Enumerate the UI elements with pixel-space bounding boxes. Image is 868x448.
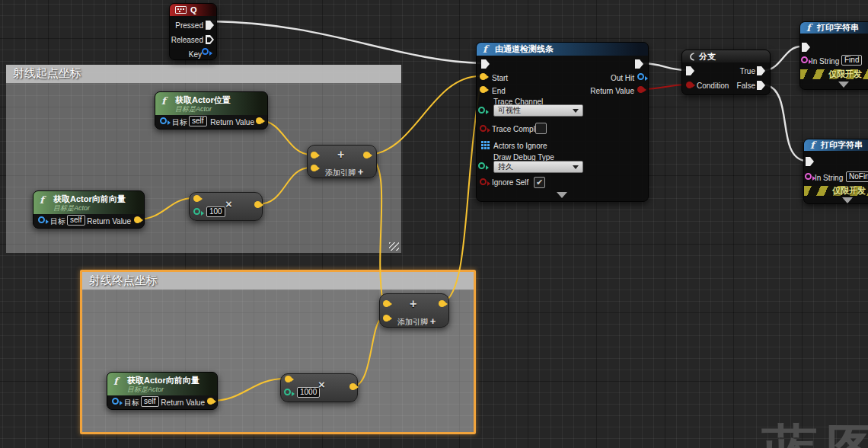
target-pin[interactable]	[112, 398, 119, 405]
wire-false-to-print2[interactable]	[764, 85, 805, 161]
node-add-start[interactable]: + 添加引脚 +	[307, 145, 377, 178]
multiply-input-a-pin[interactable]	[285, 376, 292, 382]
wire-linetrace-to-branch[interactable]	[643, 63, 686, 70]
add-pin-button[interactable]: 添加引脚 +	[325, 166, 363, 178]
pin-label-actors-to-ignore: Actors to Ignore	[493, 142, 547, 150]
node-get-forward-vector-2[interactable]: f 获取Actor向前向量 目标是Actor 目标 self Return Va…	[107, 372, 218, 410]
function-icon: f	[161, 95, 166, 107]
trace-channel-pin[interactable]	[478, 107, 485, 114]
wire-pressed-to-linetrace[interactable]	[212, 21, 481, 63]
start-pin[interactable]	[480, 73, 487, 80]
key-pin[interactable]	[202, 48, 209, 55]
pin-label-end: End	[492, 87, 506, 95]
node-input-key-q[interactable]: Q Pressed Released Key	[169, 3, 217, 60]
target-pin[interactable]	[160, 117, 167, 124]
add-output-pin[interactable]	[363, 152, 370, 158]
node-get-forward-vector-1[interactable]: f 获取Actor向前向量 目标是Actor 目标 self Return Va…	[33, 190, 145, 229]
wire-mult1000-to-add2[interactable]	[353, 318, 383, 386]
return-value-pin[interactable]	[207, 398, 214, 405]
true-exec-pin[interactable]	[757, 66, 765, 75]
collapse-arrow-icon[interactable]	[842, 197, 853, 203]
in-string-value-box[interactable]: Find	[841, 55, 862, 66]
multiply-input-a-pin[interactable]	[193, 195, 200, 202]
node-title: 获取Actor向前向量	[53, 194, 126, 204]
exec-in-pin[interactable]	[481, 59, 490, 69]
target-value-box[interactable]: self	[189, 116, 207, 126]
add-input-b-pin[interactable]	[311, 165, 318, 171]
multiply-value-box[interactable]: 1000	[297, 387, 320, 398]
wire-add2-to-end[interactable]	[442, 89, 480, 303]
exec-in-pin[interactable]	[802, 43, 810, 52]
function-icon: f	[806, 22, 811, 34]
draw-debug-type-dropdown[interactable]: 持久	[493, 161, 583, 173]
add-pin-button[interactable]: 添加引脚 +	[397, 315, 436, 328]
end-pin[interactable]	[480, 86, 487, 93]
ignore-self-checkbox[interactable]: ✔	[534, 177, 545, 188]
pin-label-target: 目标	[124, 398, 139, 407]
multiply-input-b-pin[interactable]	[284, 389, 291, 395]
pin-label-start: Start	[492, 74, 508, 82]
return-value-pin[interactable]	[134, 216, 141, 223]
exec-in-pin[interactable]	[686, 66, 694, 75]
node-print-string-1[interactable]: f 打印字符串 In String Find 仅限开发	[799, 21, 868, 90]
trace-channel-dropdown[interactable]: 可视性	[493, 104, 583, 117]
node-branch[interactable]: 分支 Condition True False	[681, 50, 771, 95]
target-pin[interactable]	[38, 216, 45, 223]
development-only-banner: 仅限开发	[800, 69, 868, 79]
collapse-arrow-icon[interactable]	[557, 192, 567, 198]
actors-to-ignore-array-pin[interactable]	[481, 141, 483, 143]
in-string-value-box[interactable]: NoFind	[846, 171, 868, 182]
node-add-end[interactable]: + 添加引脚 +	[379, 293, 449, 328]
ignore-self-pin[interactable]	[480, 178, 487, 185]
node-multiply-1000[interactable]: 1000 ×	[280, 373, 358, 402]
target-value-box[interactable]: self	[67, 215, 85, 226]
draw-debug-type-pin[interactable]	[478, 162, 485, 169]
add-input-a-pin[interactable]	[311, 152, 318, 158]
wire-add1-to-start[interactable]	[367, 76, 480, 155]
return-value-pin[interactable]	[256, 117, 263, 124]
in-string-pin[interactable]	[801, 56, 808, 63]
add-pin-plus-icon: +	[430, 315, 436, 327]
collapse-arrow-icon[interactable]	[838, 82, 849, 88]
development-only-banner: 仅限开发	[804, 186, 868, 196]
condition-pin[interactable]	[686, 82, 693, 88]
function-icon: f	[113, 376, 118, 387]
trace-complex-pin[interactable]	[480, 125, 487, 132]
node-subtitle: 目标是Actor	[127, 386, 164, 393]
out-hit-pin[interactable]	[637, 73, 644, 80]
add-operator: +	[337, 148, 344, 162]
add-output-pin[interactable]	[439, 300, 445, 307]
node-multiply-100[interactable]: 100 ×	[189, 192, 263, 221]
add-input-a-pin[interactable]	[383, 300, 390, 307]
multiply-value-box[interactable]: 100	[206, 206, 225, 217]
node-get-actor-location[interactable]: f 获取Actor位置 目标是Actor 目标 self Return Valu…	[155, 91, 268, 130]
pin-label-return-value: Return Value	[590, 87, 634, 95]
node-title: 获取Actor向前向量	[127, 376, 199, 386]
branch-icon	[688, 53, 695, 61]
node-line-trace-by-channel[interactable]: f 由通道检测线条 Start End Out Hit Return Value…	[476, 42, 649, 202]
wire-forward1-to-mult100[interactable]	[137, 198, 193, 219]
blueprint-graph-canvas[interactable]: 蓝图 射线起点坐标 射线终点坐标 Q Pressed	[0, 0, 868, 448]
add-input-b-pin[interactable]	[383, 315, 390, 322]
node-print-string-2[interactable]: f 打印字符串 In String NoFind 仅限开发	[803, 139, 868, 204]
exec-pin-released[interactable]	[206, 35, 214, 44]
exec-out-pin[interactable]	[635, 59, 643, 69]
target-value-box[interactable]: self	[141, 396, 159, 407]
add-pin-label: 添加引脚	[325, 168, 356, 177]
false-exec-pin[interactable]	[757, 81, 765, 90]
add-operator: +	[410, 297, 416, 311]
multiply-output-pin[interactable]	[349, 383, 356, 390]
exec-in-pin[interactable]	[806, 157, 814, 166]
pin-label-target: 目标	[50, 217, 65, 226]
multiply-input-b-pin[interactable]	[193, 208, 200, 215]
wire-forward2-to-mult1000[interactable]	[212, 379, 285, 401]
function-icon: f	[40, 194, 44, 206]
node-title: 由通道检测线条	[495, 43, 554, 55]
trace-complex-checkbox[interactable]	[535, 123, 547, 134]
return-value-pin[interactable]	[637, 86, 644, 93]
pin-label-ignore-self: Ignore Self	[492, 178, 528, 187]
in-string-pin[interactable]	[805, 173, 812, 180]
multiply-output-pin[interactable]	[254, 201, 261, 208]
wire-mult100-to-add1[interactable]	[258, 168, 311, 204]
exec-pin-pressed[interactable]	[206, 21, 214, 30]
